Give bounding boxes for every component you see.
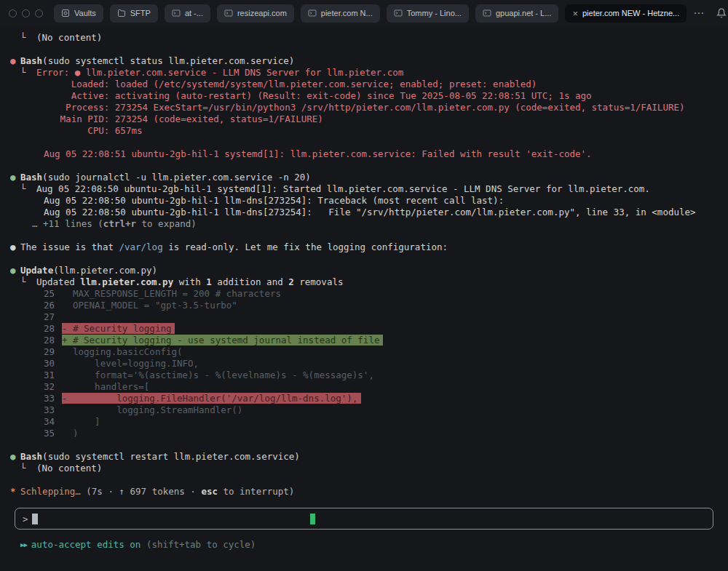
terminal-output[interactable]: └(No content) ●Bash(sudo systemctl statu…	[0, 26, 728, 498]
tab-sftp[interactable]: SFTP	[110, 4, 158, 23]
result-text: (No content)	[36, 32, 102, 43]
tool-error-line: Loaded: loaded (/etc/systemd/system/llm.…	[0, 79, 728, 90]
tool-error-line	[0, 137, 728, 148]
diff-code: OPENAI_MODEL = "gpt-3.5-turbo"	[73, 300, 237, 311]
window-control-button[interactable]	[35, 9, 43, 17]
diff-line: 30 level=logging.INFO,	[0, 358, 728, 370]
expand-hint-line: … +11 lines (ctrl+r to expand)	[0, 218, 728, 230]
mode-indicator: ▶▶auto-accept edits on (shift+tab to cyc…	[0, 539, 728, 551]
diff-line-number: 33	[44, 404, 55, 416]
tool-call-header-bash-journalctl: ●Bash(sudo journalctl -u llm.pieter.com.…	[0, 172, 728, 183]
expand-hint: to expand)	[136, 218, 197, 229]
summary-text: with	[173, 276, 206, 287]
result-corner: └	[20, 276, 36, 288]
diff-line-number: 25	[44, 288, 55, 300]
diff-line: 27	[0, 311, 728, 323]
prompt-symbol: >	[23, 514, 28, 524]
diff-line-number: 32	[44, 381, 55, 393]
tab-label: pieter.com NEW - Hetzne...	[582, 9, 679, 17]
prompt-input[interactable]: >	[15, 508, 713, 530]
host-icon	[394, 9, 403, 17]
blank-line	[0, 253, 728, 265]
folder-icon	[117, 9, 126, 17]
addition-count: 1	[206, 276, 212, 287]
diff-code: format='%(asctime)s - %(levelname)s - %(…	[73, 370, 374, 380]
diff-line-number: 34	[44, 416, 55, 428]
diff-line: 31 format='%(asctime)s - %(levelname)s -…	[0, 370, 728, 381]
diff-code: level=logging.INFO,	[73, 358, 199, 369]
tool-args: (llm.pieter.com.py)	[53, 265, 157, 276]
tab-tommy[interactable]: Tommy - Lino...	[387, 4, 469, 23]
result-corner: └	[20, 463, 36, 474]
blank-line	[0, 160, 728, 172]
tab-label: gpuapi.net - L...	[496, 9, 551, 17]
error-text: Error: ● llm.pieter.com.service - LLM DN…	[36, 67, 403, 78]
diff-sign: +	[62, 335, 73, 346]
host-icon	[483, 9, 491, 17]
diff-code: handlers=[	[73, 381, 149, 392]
diff-line: 26OPENAI_MODEL = "gpt-3.5-turbo"	[0, 300, 728, 311]
tool-status-bullet: ●	[10, 172, 20, 183]
tool-status-bullet: ●	[10, 265, 20, 276]
spinner-status: *Schlepping… (7s · ↑ 697 tokens · esc to…	[0, 486, 728, 498]
tab-label: SFTP	[130, 9, 151, 17]
diff-code: )	[73, 428, 79, 439]
blank-line	[0, 439, 728, 451]
fast-forward-icon: ▶▶	[20, 541, 27, 548]
message-text: The issue is that	[20, 241, 119, 252]
diff-code: logging.StreamHandler()	[73, 404, 242, 415]
tab-pieter[interactable]: pieter.com N...	[301, 4, 380, 23]
diff-line: 33 logging.StreamHandler()	[0, 404, 728, 416]
tool-error-line: Aug 05 22:08:51 ubuntu-2gb-hil-1 systemd…	[0, 148, 728, 160]
update-summary: └Updated llm.pieter.com.py with 1 additi…	[0, 276, 728, 288]
blank-line	[0, 474, 728, 486]
spinner-verb: Schlepping…	[20, 486, 81, 497]
tool-status-bullet: ●	[10, 55, 20, 67]
summary-text: addition and	[212, 276, 288, 287]
host-icon	[308, 9, 317, 17]
tab-gpuapi[interactable]: gpuapi.net - L...	[475, 4, 558, 23]
auto-accept-label: auto-accept edits on	[31, 539, 141, 550]
tool-name: Bash	[20, 55, 42, 66]
result-corner: └	[20, 67, 36, 79]
more-menu-icon[interactable]: ⋯	[693, 7, 705, 20]
diff-code: # Security logging	[73, 323, 171, 334]
diff-line-number: 28	[44, 323, 55, 335]
tab-resizeapi[interactable]: resizeapi.com	[217, 4, 294, 23]
bell-icon[interactable]	[716, 8, 727, 18]
close-icon[interactable]: ×	[572, 9, 578, 18]
tool-call-header-bash-restart: ●Bash(sudo systemctl restart llm.pieter.…	[0, 451, 728, 463]
window-controls	[9, 9, 43, 17]
result-corner: └	[20, 183, 36, 195]
terminal-cursor	[310, 514, 315, 524]
diff-line-number: 26	[44, 300, 55, 311]
message-bullet: ●	[10, 241, 20, 253]
message-text: is read-only. Let me fix the logging con…	[163, 241, 448, 252]
diff-line: 35)	[0, 428, 728, 439]
esc-hotkey: esc	[201, 486, 218, 497]
tab-pieter-new-active[interactable]: × pieter.com NEW - Hetzne...	[565, 4, 687, 23]
tool-error-line: Active: activating (auto-restart) (Resul…	[0, 90, 728, 102]
result-text: (No content)	[36, 463, 102, 474]
vault-icon	[61, 9, 70, 17]
host-icon	[224, 9, 233, 17]
host-icon	[172, 9, 181, 17]
tab-host-1[interactable]: at -...	[165, 4, 210, 23]
inline-code: /var/log	[119, 241, 162, 252]
result-text: Aug 05 22:08:50 ubuntu-2gb-hil-1 systemd…	[36, 183, 650, 194]
ellipsis: …	[32, 218, 43, 229]
tool-name: Bash	[20, 451, 42, 462]
tool-status-bullet: ●	[10, 451, 20, 463]
tool-args: (sudo journalctl -u llm.pieter.com.servi…	[42, 172, 311, 183]
diff-line-removed: 33- logging.FileHandler('/var/log/llm-dn…	[0, 393, 728, 404]
tool-name: Update	[20, 265, 53, 276]
diff-line: 32 handlers=[	[0, 381, 728, 393]
window-control-button[interactable]	[9, 9, 17, 17]
tool-result-line: Aug 05 22:08:50 ubuntu-2gb-hil-1 llm-dns…	[0, 195, 728, 207]
diff-line: 29logging.basicConfig(	[0, 346, 728, 358]
tab-vaults[interactable]: Vaults	[54, 4, 103, 23]
window-control-button[interactable]	[22, 9, 30, 17]
tab-bar: Vaults SFTP at -... resizeapi.com pieter…	[0, 0, 728, 26]
diff-line-added: 28+# Security logging - use systemd jour…	[0, 335, 728, 346]
diff-line-number: 33	[44, 393, 55, 404]
